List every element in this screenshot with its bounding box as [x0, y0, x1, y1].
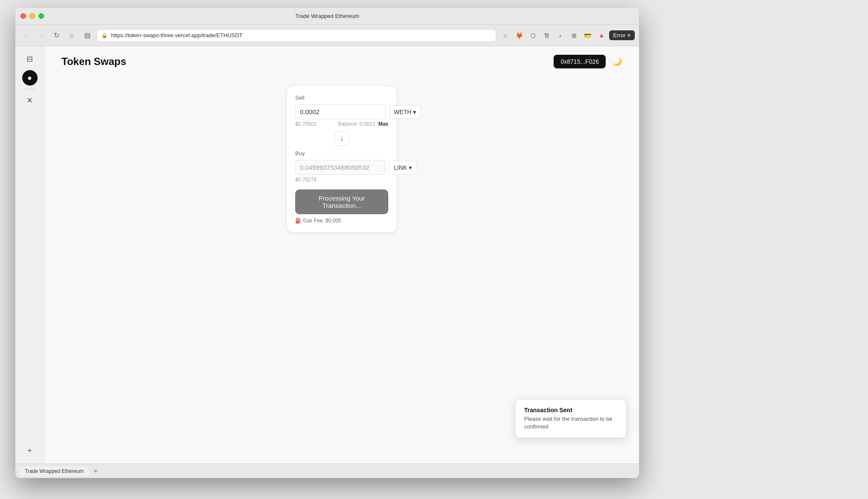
refresh-button[interactable]: ↻	[50, 30, 62, 41]
theme-toggle-button[interactable]: 🌙	[613, 57, 622, 66]
maximize-button[interactable]	[38, 13, 44, 19]
forward-button[interactable]: →	[35, 30, 47, 41]
extensions-b-button[interactable]: Ɓ	[541, 30, 553, 41]
browser-window: Trade Wrapped Ethereum ← → ↻ ⌂ ▤ 🔒 https…	[15, 8, 639, 478]
bookmarks-button[interactable]: ☆	[500, 30, 512, 41]
sidebar-bottom: +	[22, 443, 38, 458]
sell-usd-value: $0.70501	[295, 121, 317, 127]
sidebar: ⊟ ● ✕ +	[15, 46, 44, 464]
sell-balance: Balance: 0.0021 Max	[338, 121, 388, 127]
add-tab-button[interactable]: +	[91, 466, 101, 476]
browser-body: ⊟ ● ✕ + Token Swaps 0x8715...F026 🌙	[15, 46, 639, 464]
sell-token-label: WETH	[394, 109, 411, 115]
browser-actions: ☆ 🦊 ⬡ Ɓ ♪ ⊞ 💳 🔺 Error ≡	[500, 30, 635, 41]
max-button[interactable]: Max	[378, 121, 388, 127]
toast-body: Please wait for the transaction to be co…	[524, 415, 617, 431]
close-button[interactable]	[21, 13, 26, 19]
buy-usd-value: $0.70278	[295, 177, 317, 183]
sell-token-chevron: ▾	[413, 109, 416, 115]
swap-card-container: Sell WETH ▾ $0.70501 Balance: 0.0021 Max	[44, 86, 639, 233]
sidebar-toggle[interactable]: ▤	[81, 30, 93, 41]
extensions-grid-button[interactable]: ⊞	[568, 30, 580, 41]
gas-fee-text: ⛽ Gas Fee: $0.005	[295, 218, 341, 224]
buy-label: Buy	[295, 150, 388, 156]
sidebar-record-button[interactable]: ●	[22, 70, 38, 86]
extensions-fox-button[interactable]: 🦊	[513, 30, 525, 41]
extensions-fox2-button[interactable]: 🔺	[595, 30, 607, 41]
buy-token-row: LINK ▾	[295, 160, 388, 175]
buy-token-label: LINK	[394, 164, 407, 171]
page-title: Token Swaps	[62, 56, 126, 68]
window-title: Trade Wrapped Ethereum	[295, 13, 359, 19]
sell-meta-row: $0.70501 Balance: 0.0021 Max	[295, 121, 388, 127]
app-header: Token Swaps 0x8715...F026 🌙	[44, 46, 639, 73]
tab-bar: Trade Wrapped Ethereum +	[15, 464, 639, 478]
lock-icon: 🔒	[101, 32, 108, 38]
url-text: https://token-swaps-three.vercel.app/tra…	[111, 32, 492, 38]
buy-amount-input	[295, 160, 386, 175]
sidebar-panel-button[interactable]: ⊟	[22, 51, 38, 67]
sidebar-divider	[23, 89, 36, 89]
tab-label: Trade Wrapped Ethereum	[25, 468, 84, 474]
sidebar-close-button[interactable]: ✕	[22, 93, 38, 108]
sell-amount-input[interactable]	[295, 104, 386, 119]
title-bar: Trade Wrapped Ethereum	[15, 8, 639, 25]
swap-direction-button[interactable]: ↓	[334, 131, 349, 146]
buy-meta-row: $0.70278	[295, 177, 388, 183]
gas-fee-row: ⛽ Gas Fee: $0.005	[295, 218, 388, 224]
error-label: Error	[613, 32, 626, 38]
home-button[interactable]: ⌂	[66, 30, 78, 41]
extensions-eth-button[interactable]: ⬡	[527, 30, 539, 41]
sell-token-row: WETH ▾	[295, 104, 388, 119]
transaction-toast: Transaction Sent Please wait for the tra…	[515, 399, 626, 438]
header-actions: 0x8715...F026 🌙	[554, 55, 622, 68]
swap-button[interactable]: Processing Your Transaction...	[295, 189, 388, 214]
buy-token-chevron: ▾	[409, 164, 412, 171]
main-content: Token Swaps 0x8715...F026 🌙 Sell WETH ▾	[44, 46, 639, 464]
toast-title: Transaction Sent	[524, 407, 617, 413]
swap-direction: ↓	[295, 131, 388, 146]
buy-token-select[interactable]: LINK ▾	[389, 161, 416, 174]
back-button[interactable]: ←	[20, 30, 32, 41]
address-bar[interactable]: 🔒 https://token-swaps-three.vercel.app/t…	[97, 29, 496, 42]
sidebar-add-tab-button[interactable]: +	[22, 443, 38, 458]
extensions-wallet2-button[interactable]: 💳	[582, 30, 594, 41]
menu-icon: ≡	[627, 32, 630, 38]
sell-token-select[interactable]: WETH ▾	[389, 105, 421, 119]
wallet-button[interactable]: 0x8715...F026	[554, 55, 606, 68]
error-button[interactable]: Error ≡	[609, 30, 635, 40]
traffic-lights	[21, 13, 44, 19]
minimize-button[interactable]	[29, 13, 35, 19]
tab-item[interactable]: Trade Wrapped Ethereum	[20, 467, 89, 476]
extensions-music-button[interactable]: ♪	[554, 30, 566, 41]
browser-chrome: ← → ↻ ⌂ ▤ 🔒 https://token-swaps-three.ve…	[15, 25, 639, 46]
sell-label: Sell	[295, 94, 388, 101]
swap-card: Sell WETH ▾ $0.70501 Balance: 0.0021 Max	[286, 86, 397, 233]
